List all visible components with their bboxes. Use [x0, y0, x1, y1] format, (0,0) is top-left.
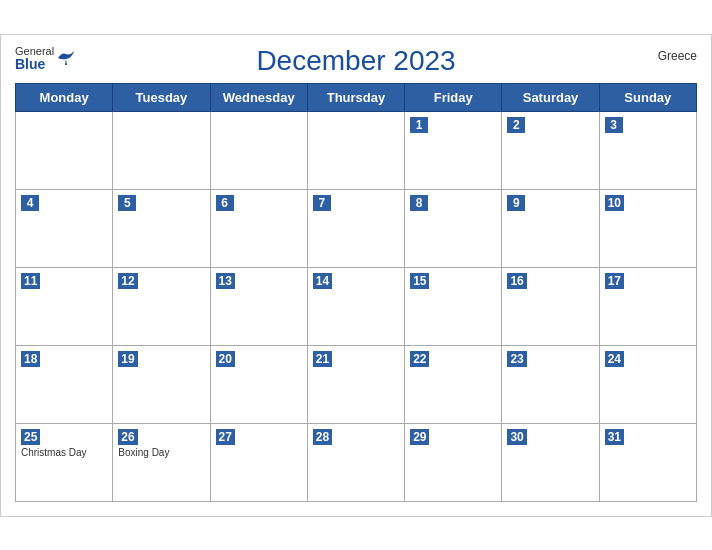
- day-number: 17: [605, 273, 624, 289]
- day-number: 9: [507, 195, 525, 211]
- day-number: 31: [605, 429, 624, 445]
- calendar-cell: 18: [16, 345, 113, 423]
- calendar-cell: 30: [502, 423, 599, 501]
- calendar-cell: 21: [307, 345, 404, 423]
- day-number: 27: [216, 429, 235, 445]
- calendar-week-row: 18192021222324: [16, 345, 697, 423]
- calendar-cell: 28: [307, 423, 404, 501]
- logo-area: General Blue: [15, 45, 76, 72]
- day-number: 22: [410, 351, 429, 367]
- calendar-cell: 27: [210, 423, 307, 501]
- logo-general-text: General: [15, 45, 54, 57]
- calendar-cell: 22: [405, 345, 502, 423]
- calendar-cell: 8: [405, 189, 502, 267]
- weekday-header-row: MondayTuesdayWednesdayThursdayFridaySatu…: [16, 83, 697, 111]
- day-number: 13: [216, 273, 235, 289]
- day-number: 15: [410, 273, 429, 289]
- calendar-week-row: 123: [16, 111, 697, 189]
- calendar-week-row: 11121314151617: [16, 267, 697, 345]
- day-number: 29: [410, 429, 429, 445]
- day-number: 7: [313, 195, 331, 211]
- logo-bird-icon: [56, 50, 76, 66]
- weekday-header-friday: Friday: [405, 83, 502, 111]
- calendar-cell: 9: [502, 189, 599, 267]
- day-number: 20: [216, 351, 235, 367]
- calendar-cell: 7: [307, 189, 404, 267]
- calendar-cell: 17: [599, 267, 696, 345]
- event-label: Boxing Day: [118, 447, 204, 458]
- day-number: 26: [118, 429, 137, 445]
- calendar-week-row: 25Christmas Day26Boxing Day2728293031: [16, 423, 697, 501]
- day-number: 5: [118, 195, 136, 211]
- calendar-cell: 3: [599, 111, 696, 189]
- calendar-cell: 14: [307, 267, 404, 345]
- day-number: 21: [313, 351, 332, 367]
- weekday-header-tuesday: Tuesday: [113, 83, 210, 111]
- calendar-cell: 11: [16, 267, 113, 345]
- calendar-cell: [113, 111, 210, 189]
- day-number: 14: [313, 273, 332, 289]
- calendar-cell: 16: [502, 267, 599, 345]
- weekday-header-saturday: Saturday: [502, 83, 599, 111]
- day-number: 16: [507, 273, 526, 289]
- day-number: 1: [410, 117, 428, 133]
- calendar-cell: 31: [599, 423, 696, 501]
- calendar-cell: 12: [113, 267, 210, 345]
- day-number: 8: [410, 195, 428, 211]
- calendar-cell: 24: [599, 345, 696, 423]
- weekday-header-monday: Monday: [16, 83, 113, 111]
- day-number: 19: [118, 351, 137, 367]
- calendar-cell: 25Christmas Day: [16, 423, 113, 501]
- day-number: 2: [507, 117, 525, 133]
- weekday-header-sunday: Sunday: [599, 83, 696, 111]
- calendar-header: General Blue December 2023 Greece: [15, 45, 697, 77]
- logo-blue-text: Blue: [15, 57, 54, 72]
- day-number: 24: [605, 351, 624, 367]
- calendar-cell: [307, 111, 404, 189]
- day-number: 28: [313, 429, 332, 445]
- month-title: December 2023: [256, 45, 455, 77]
- calendar-cell: 29: [405, 423, 502, 501]
- country-label: Greece: [658, 49, 697, 63]
- calendar-cell: [16, 111, 113, 189]
- day-number: 23: [507, 351, 526, 367]
- calendar-cell: 5: [113, 189, 210, 267]
- event-label: Christmas Day: [21, 447, 107, 458]
- weekday-header-wednesday: Wednesday: [210, 83, 307, 111]
- calendar-cell: 15: [405, 267, 502, 345]
- calendar-table: MondayTuesdayWednesdayThursdayFridaySatu…: [15, 83, 697, 502]
- calendar-cell: 6: [210, 189, 307, 267]
- day-number: 10: [605, 195, 624, 211]
- day-number: 11: [21, 273, 40, 289]
- day-number: 12: [118, 273, 137, 289]
- calendar-container: General Blue December 2023 Greece Monday…: [0, 34, 712, 517]
- calendar-cell: 1: [405, 111, 502, 189]
- day-number: 18: [21, 351, 40, 367]
- calendar-cell: 2: [502, 111, 599, 189]
- day-number: 30: [507, 429, 526, 445]
- weekday-header-thursday: Thursday: [307, 83, 404, 111]
- calendar-week-row: 45678910: [16, 189, 697, 267]
- calendar-cell: 23: [502, 345, 599, 423]
- day-number: 25: [21, 429, 40, 445]
- day-number: 6: [216, 195, 234, 211]
- calendar-cell: 19: [113, 345, 210, 423]
- calendar-cell: 13: [210, 267, 307, 345]
- calendar-cell: 20: [210, 345, 307, 423]
- calendar-cell: 4: [16, 189, 113, 267]
- calendar-cell: 26Boxing Day: [113, 423, 210, 501]
- day-number: 4: [21, 195, 39, 211]
- calendar-cell: [210, 111, 307, 189]
- day-number: 3: [605, 117, 623, 133]
- calendar-cell: 10: [599, 189, 696, 267]
